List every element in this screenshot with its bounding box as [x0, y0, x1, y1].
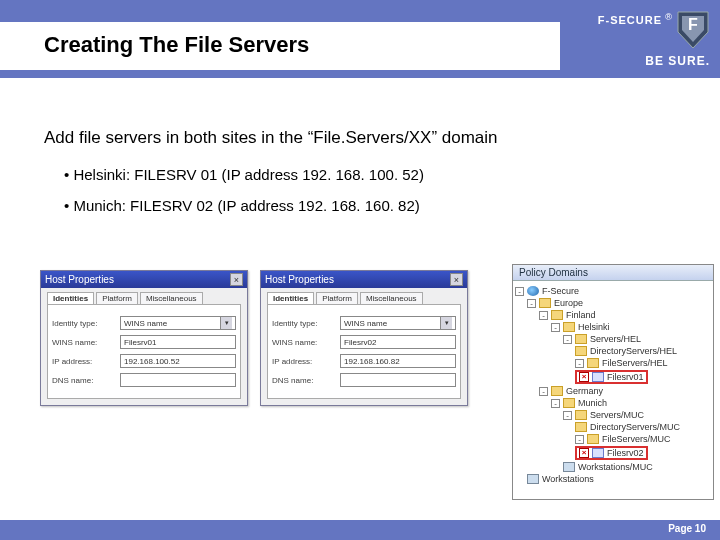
folder-icon — [551, 310, 563, 320]
workstation-icon — [563, 462, 575, 472]
chevron-down-icon: ▾ — [440, 317, 452, 329]
highlighted-node[interactable]: ×Filesrv01 — [575, 370, 648, 384]
wins-name-input[interactable]: Filesrv01 — [120, 335, 236, 349]
dialog-form: Identity type: WINS name▾ WINS name: Fil… — [47, 304, 241, 399]
tree-node[interactable]: Europe — [554, 298, 583, 308]
host-icon — [592, 448, 604, 458]
error-icon: × — [579, 448, 589, 458]
label-idtype: Identity type: — [272, 319, 336, 328]
tree-node[interactable]: FileServers/HEL — [602, 358, 668, 368]
tree-title: Policy Domains — [513, 265, 713, 281]
dialog-tabs: Identities Platform Miscellaneous — [267, 292, 461, 304]
tree-node[interactable]: Servers/HEL — [590, 334, 641, 344]
svg-text:F: F — [688, 16, 698, 33]
dialog-titlebar[interactable]: Host Properties × — [41, 271, 247, 288]
workstation-icon — [527, 474, 539, 484]
tree-node[interactable]: DirectoryServers/HEL — [590, 346, 677, 356]
ip-address-input[interactable]: 192.168.100.52 — [120, 354, 236, 368]
folder-icon — [575, 334, 587, 344]
dns-name-input[interactable] — [340, 373, 456, 387]
tree-node: Filesrv01 — [607, 372, 644, 382]
tree-node[interactable]: Helsinki — [578, 322, 610, 332]
label-ip: IP address: — [272, 357, 336, 366]
screenshot-panels: Host Properties × Identities Platform Mi… — [40, 270, 710, 500]
bullet-item: Munich: FILESRV 02 (IP address 192. 168.… — [64, 197, 676, 214]
dialog-title: Host Properties — [45, 274, 114, 285]
tab-platform[interactable]: Platform — [316, 292, 358, 304]
wins-name-input[interactable]: Filesrv02 — [340, 335, 456, 349]
host-properties-dialog-2: Host Properties × Identities Platform Mi… — [260, 270, 468, 406]
folder-icon — [563, 398, 575, 408]
folder-icon — [587, 358, 599, 368]
chevron-down-icon: ▾ — [220, 317, 232, 329]
identity-type-select[interactable]: WINS name▾ — [120, 316, 236, 330]
folder-icon — [575, 422, 587, 432]
tab-identities[interactable]: Identities — [47, 292, 94, 304]
dns-name-input[interactable] — [120, 373, 236, 387]
tree-node[interactable]: Servers/MUC — [590, 410, 644, 420]
slide-header: Creating The File Servers F-SECURE ® F B… — [0, 0, 720, 78]
tab-platform[interactable]: Platform — [96, 292, 138, 304]
collapse-icon[interactable]: - — [527, 299, 536, 308]
collapse-icon[interactable]: - — [539, 387, 548, 396]
tree-node[interactable]: DirectoryServers/MUC — [590, 422, 680, 432]
label-wins: WINS name: — [272, 338, 336, 347]
slide-title: Creating The File Servers — [44, 32, 560, 58]
registered-mark: ® — [665, 12, 672, 22]
shield-icon: F — [676, 10, 710, 50]
dialog-tabs: Identities Platform Miscellaneous — [47, 292, 241, 304]
collapse-icon[interactable]: - — [551, 399, 560, 408]
collapse-icon[interactable]: - — [551, 323, 560, 332]
close-icon[interactable]: × — [450, 273, 463, 286]
title-band: Creating The File Servers — [0, 22, 560, 70]
page-number: Page 10 — [668, 523, 706, 534]
tree-node: Filesrv02 — [607, 448, 644, 458]
collapse-icon[interactable]: - — [539, 311, 548, 320]
tree-node[interactable]: F-Secure — [542, 286, 579, 296]
label-wins: WINS name: — [52, 338, 116, 347]
brand-tagline: BE SURE. — [645, 54, 710, 68]
collapse-icon[interactable]: - — [515, 287, 524, 296]
identity-type-select[interactable]: WINS name▾ — [340, 316, 456, 330]
slide-body: Add file servers in both sites in the “F… — [0, 78, 720, 214]
tree-node[interactable]: Workstations — [542, 474, 594, 484]
tree-node[interactable]: Finland — [566, 310, 596, 320]
tree-node[interactable]: Munich — [578, 398, 607, 408]
highlighted-node[interactable]: ×Filesrv02 — [575, 446, 648, 460]
dialog-title: Host Properties — [265, 274, 334, 285]
bullet-item: Helsinki: FILESRV 01 (IP address 192. 16… — [64, 166, 676, 183]
host-properties-dialog-1: Host Properties × Identities Platform Mi… — [40, 270, 248, 406]
bullet-list: Helsinki: FILESRV 01 (IP address 192. 16… — [44, 166, 676, 214]
collapse-icon[interactable]: - — [563, 335, 572, 344]
policy-domains-panel: Policy Domains -F-Secure -Europe -Finlan… — [512, 264, 714, 500]
label-ip: IP address: — [52, 357, 116, 366]
collapse-icon[interactable]: - — [563, 411, 572, 420]
collapse-icon[interactable]: - — [575, 359, 584, 368]
label-dns: DNS name: — [272, 376, 336, 385]
domain-tree[interactable]: -F-Secure -Europe -Finland -Helsinki -Se… — [513, 281, 713, 489]
tree-node[interactable]: Workstations/MUC — [578, 462, 653, 472]
collapse-icon[interactable]: - — [575, 435, 584, 444]
folder-icon — [587, 434, 599, 444]
folder-icon — [575, 346, 587, 356]
folder-icon — [563, 322, 575, 332]
label-idtype: Identity type: — [52, 319, 116, 328]
slide-footer: Page 10 — [0, 520, 720, 540]
label-dns: DNS name: — [52, 376, 116, 385]
folder-icon — [575, 410, 587, 420]
ip-address-input[interactable]: 192.168.160.82 — [340, 354, 456, 368]
host-icon — [592, 372, 604, 382]
lead-text: Add file servers in both sites in the “F… — [44, 128, 676, 148]
brand-logo: F-SECURE ® F BE SURE. — [590, 4, 710, 74]
close-icon[interactable]: × — [230, 273, 243, 286]
tree-node[interactable]: FileServers/MUC — [602, 434, 671, 444]
tab-identities[interactable]: Identities — [267, 292, 314, 304]
tab-misc[interactable]: Miscellaneous — [140, 292, 203, 304]
tree-node[interactable]: Germany — [566, 386, 603, 396]
dialog-titlebar[interactable]: Host Properties × — [261, 271, 467, 288]
folder-icon — [539, 298, 551, 308]
tab-misc[interactable]: Miscellaneous — [360, 292, 423, 304]
brand-name: F-SECURE — [598, 14, 662, 26]
dialog-form: Identity type: WINS name▾ WINS name: Fil… — [267, 304, 461, 399]
folder-icon — [551, 386, 563, 396]
